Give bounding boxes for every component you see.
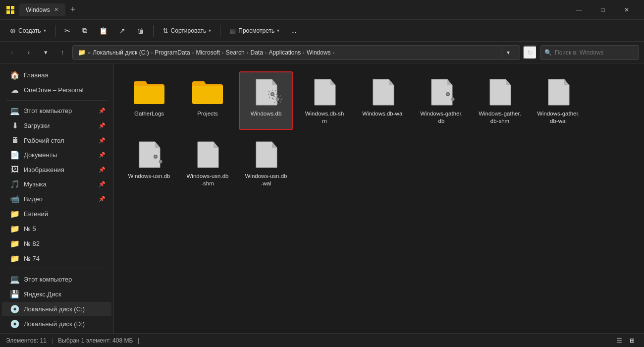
cut-button[interactable]: ✂ [59, 24, 75, 37]
maximize-button[interactable]: □ [591, 2, 614, 18]
file-icon-windowsdbshm [307, 77, 342, 107]
sidebar-item-num82[interactable]: 📁 № 82 [2, 236, 111, 251]
view-button[interactable]: ▦ Просмотреть ▾ [224, 24, 284, 37]
sidebar-item-onedrive[interactable]: ☁ OneDrive – Personal [2, 83, 111, 97]
sidebar-label-mycomputer2: Этот компьютер [24, 276, 106, 283]
view-icon: ▦ [229, 27, 236, 35]
gear-badge-gather [442, 89, 458, 106]
title-bar: Windows ✕ + — □ ✕ [0, 0, 644, 20]
sidebar-item-num74[interactable]: 📁 № 74 [2, 251, 111, 266]
onedrive-icon: ☁ [10, 85, 20, 95]
file-item-projects[interactable]: Projects [180, 71, 235, 130]
pin-icon-4: 📌 [99, 152, 106, 158]
gear-badge-usn [150, 151, 166, 169]
path-folder-icon: 📁 [78, 49, 86, 56]
file-item-windowsgatherdbshm[interactable]: Windows-gather. db-shm [473, 71, 527, 130]
history-dropdown-button[interactable]: ▾ [39, 46, 53, 59]
file-item-windowsgatherdb[interactable]: Windows-gather. db [414, 71, 469, 130]
sidebar-label-desktop: Рабочий стол [24, 137, 95, 144]
list-view-button[interactable]: ☰ [613, 336, 625, 346]
file-item-windowsgatherdbwal[interactable]: Windows-gather. db-wal [531, 71, 586, 130]
up-button[interactable]: ↑ [55, 46, 69, 59]
sidebar-item-evgeny[interactable]: 📁 Евгений [2, 207, 111, 221]
folder-icon-projects [190, 77, 225, 107]
search-input[interactable] [555, 49, 635, 56]
items-count: Элементов: 11 [6, 337, 47, 344]
forward-button[interactable]: › [22, 46, 36, 59]
tab-windows[interactable]: Windows ✕ [19, 3, 65, 16]
file-item-gatherlogs[interactable]: GatherLogs [122, 71, 176, 130]
file-item-windowsusndbwal[interactable]: Windows-usn.db -wal [239, 134, 293, 192]
sidebar-item-downloads[interactable]: ⬇ Загрузки 📌 [2, 118, 111, 133]
file-name-projects: Projects [197, 110, 218, 117]
back-button[interactable]: ‹ [5, 46, 19, 59]
sidebar-label-home: Главная [24, 71, 106, 79]
file-item-windowsdbwal[interactable]: Windows.db-wal [356, 71, 410, 130]
svg-point-9 [447, 93, 449, 95]
svg-rect-2 [6, 10, 10, 14]
mycomputer2-icon: 💻 [10, 275, 20, 284]
sidebar-label-diskc: Локальный диск (C:) [24, 305, 106, 313]
path-segment-search: Search [226, 49, 245, 56]
sidebar-label-yandex: Яндекс.Диск [24, 290, 106, 298]
search-box[interactable]: 🔍 [540, 45, 639, 60]
svg-rect-1 [11, 6, 14, 9]
tab-close-btn[interactable]: ✕ [54, 6, 58, 13]
svg-rect-0 [6, 6, 10, 9]
create-dropdown-icon: ▾ [44, 28, 46, 33]
sidebar-item-mycomputer[interactable]: 💻 Этот компьютер 📌 [2, 104, 111, 118]
file-icon-windowsgatherdbshm [482, 77, 518, 107]
sort-button[interactable]: ⇅ Сортировать ▾ [158, 24, 216, 37]
sidebar-item-video[interactable]: 📹 Видео 📌 [2, 192, 111, 206]
svg-point-10 [159, 160, 162, 163]
sidebar-item-documents[interactable]: 📄 Документы 📌 [2, 148, 111, 162]
minimize-button[interactable]: — [568, 2, 590, 18]
address-path-box[interactable]: 📁 « Локальный диск (C:) › ProgramData › … [72, 45, 520, 60]
tab-list: Windows ✕ + [19, 3, 78, 16]
file-name-windowsgatherdb: Windows-gather. db [419, 110, 464, 125]
file-icon-windowsusndbshm [190, 140, 225, 170]
share-button[interactable]: ↗ [114, 24, 130, 37]
new-tab-button[interactable]: + [67, 4, 79, 15]
pin-icon-6: 📌 [99, 181, 106, 187]
sidebar-label-num74: № 74 [24, 255, 106, 262]
view-toggle-buttons: ☰ ⊞ [613, 336, 638, 346]
more-button[interactable]: ... [286, 25, 301, 37]
file-item-windowsdbshm[interactable]: Windows.db-sh m [297, 71, 352, 130]
sidebar-item-num5[interactable]: 📁 № 5 [2, 222, 111, 236]
sidebar-item-desktop[interactable]: 🖥 Рабочий стол 📌 [2, 133, 111, 147]
file-icon-windowsusndbwal [248, 140, 284, 170]
file-name-windowsgatherdbwal: Windows-gather. db-wal [536, 110, 581, 125]
sidebar-item-music[interactable]: 🎵 Музыка 📌 [2, 177, 111, 191]
downloads-icon: ⬇ [10, 121, 20, 130]
refresh-button[interactable]: ↻ [523, 46, 537, 59]
svg-point-6 [271, 93, 273, 95]
sidebar-item-yandex[interactable]: 💾 Яндекс.Диск [2, 287, 111, 301]
sidebar-item-mycomputer2[interactable]: 💻 Этот компьютер [2, 272, 111, 287]
toolbar-sep-2 [153, 25, 154, 37]
file-icon-windowsdbwal [365, 77, 401, 107]
paste-button[interactable]: 📋 [94, 24, 112, 37]
file-item-windowsusndb[interactable]: Windows-usn.db [122, 134, 176, 192]
create-button[interactable]: ⊕ Создать ▾ [5, 24, 51, 37]
path-segment-microsoft: Microsoft [196, 49, 220, 56]
file-name-windowsdbwal: Windows.db-wal [362, 110, 404, 117]
delete-button[interactable]: 🗑 [132, 24, 149, 37]
pin-icon: 📌 [99, 108, 106, 114]
grid-view-button[interactable]: ⊞ [626, 336, 638, 346]
path-dropdown-button[interactable]: ▾ [501, 46, 515, 59]
file-name-windowsdbshm: Windows.db-sh m [302, 110, 347, 125]
num5-icon: 📁 [10, 224, 20, 233]
num82-icon: 📁 [10, 239, 20, 248]
file-item-windowsdb[interactable]: Windows.db [239, 71, 293, 130]
tab-label: Windows [26, 6, 50, 13]
sidebar-item-home[interactable]: 🏠 Главная [2, 68, 111, 82]
sidebar-item-pictures[interactable]: 🖼 Изображения 📌 [2, 163, 111, 176]
copy-button[interactable]: ⧉ [77, 24, 92, 37]
sidebar-item-diskc[interactable]: 💿 Локальный диск (C:) [2, 302, 111, 316]
path-segment-windows: Windows [307, 49, 331, 56]
sidebar-item-diskd[interactable]: 💿 Локальный диск (D:) [2, 317, 111, 331]
file-item-windowsusndbshm[interactable]: Windows-usn.db -shm [180, 134, 235, 192]
create-icon: ⊕ [10, 27, 16, 35]
close-button[interactable]: ✕ [615, 2, 638, 18]
